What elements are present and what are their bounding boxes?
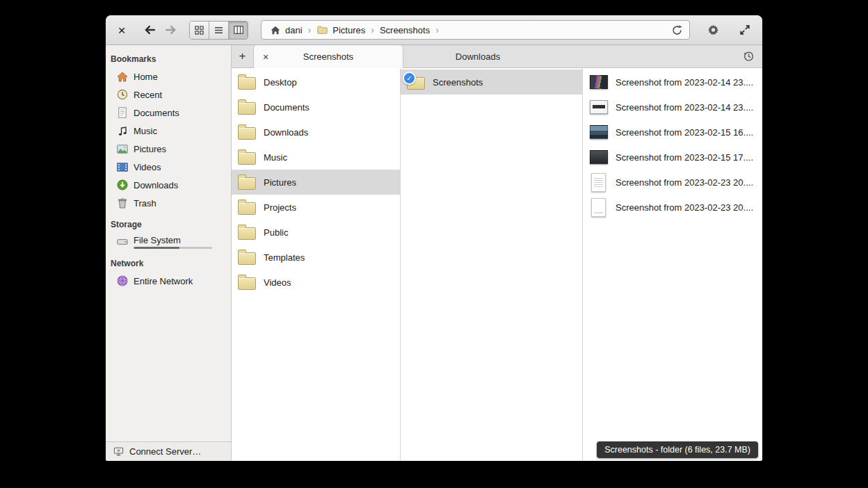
list-view-icon bbox=[213, 24, 225, 36]
breadcrumb-home[interactable]: dani bbox=[268, 24, 304, 36]
tab-label: Downloads bbox=[456, 51, 500, 62]
folder-row-music[interactable]: Music bbox=[232, 145, 400, 170]
folder-row-pictures[interactable]: Pictures bbox=[232, 170, 400, 195]
file-name: Screenshot from 2023-02-15 17.... bbox=[616, 152, 753, 163]
folder-label: Downloads bbox=[264, 127, 308, 138]
forward-arrow-icon bbox=[165, 24, 177, 36]
folder-icon bbox=[238, 149, 256, 165]
sidebar-item-file-system[interactable]: File System bbox=[106, 233, 231, 251]
file-name: Screenshot from 2023-02-23 20.... bbox=[616, 177, 753, 188]
connect-server-label: Connect Server… bbox=[129, 446, 201, 457]
sidebar-item-downloads[interactable]: Downloads bbox=[106, 176, 231, 194]
folder-row-public[interactable]: Public bbox=[232, 220, 400, 245]
new-tab-button[interactable]: + bbox=[232, 45, 253, 67]
download-icon bbox=[116, 179, 128, 191]
forward-button[interactable] bbox=[160, 20, 181, 40]
grid-view-button[interactable] bbox=[190, 22, 209, 39]
sidebar-item-videos[interactable]: Videos bbox=[106, 158, 231, 176]
folder-label: Documents bbox=[264, 102, 310, 113]
file-row[interactable]: Screenshot from 2023-02-14 23.... bbox=[583, 70, 762, 95]
file-name: Screenshot from 2023-02-23 20.... bbox=[616, 202, 753, 213]
drive-icon bbox=[116, 236, 128, 248]
back-button[interactable] bbox=[139, 20, 160, 40]
file-row[interactable]: Screenshot from 2023-02-14 23.... bbox=[583, 95, 762, 120]
sidebar-item-documents[interactable]: Documents bbox=[106, 104, 231, 122]
column-view-button[interactable] bbox=[229, 22, 248, 39]
sidebar-item-label: Trash bbox=[134, 198, 156, 209]
breadcrumb-label: Screenshots bbox=[380, 25, 430, 35]
tab-close-icon[interactable]: × bbox=[263, 52, 268, 62]
desktop-background: × bbox=[0, 0, 868, 488]
sidebar-item-label: Downloads bbox=[134, 180, 178, 190]
sidebar-section-title-storage: Storage bbox=[106, 216, 231, 233]
main-content: + × Screenshots Downloads bbox=[232, 45, 762, 461]
file-row[interactable]: Screenshot from 2023-02-15 16.... bbox=[583, 120, 762, 145]
folder-label: Projects bbox=[264, 202, 296, 213]
refresh-icon bbox=[671, 24, 683, 36]
list-view-button[interactable] bbox=[209, 22, 229, 39]
refresh-button[interactable] bbox=[671, 24, 683, 36]
folder-icon bbox=[238, 250, 256, 265]
file-row[interactable]: Screenshot from 2023-02-23 20.... bbox=[583, 170, 762, 195]
file-row[interactable]: Screenshot from 2023-02-23 20.... bbox=[583, 195, 762, 220]
expand-icon bbox=[739, 24, 751, 36]
folder-row-projects[interactable]: Projects bbox=[232, 195, 400, 220]
tab-downloads[interactable]: Downloads bbox=[403, 45, 552, 67]
folder-icon bbox=[238, 99, 256, 115]
folder-icon: ✓ bbox=[407, 74, 425, 90]
folder-label: Desktop bbox=[264, 77, 297, 88]
column-view-icon bbox=[232, 24, 244, 36]
folder-row-videos[interactable]: Videos bbox=[232, 270, 400, 295]
sidebar-item-label: File System bbox=[134, 235, 212, 245]
close-window-button[interactable]: × bbox=[114, 24, 129, 37]
window-body: Bookmarks Home Recent bbox=[106, 45, 762, 461]
file-thumbnail-icon bbox=[589, 72, 608, 92]
sidebar-item-label: Documents bbox=[134, 108, 179, 118]
home-icon bbox=[116, 71, 128, 83]
sidebar-item-entire-network[interactable]: Entire Network bbox=[106, 272, 231, 290]
home-icon bbox=[269, 24, 281, 36]
file-thumbnail-icon bbox=[589, 122, 608, 143]
tab-screenshots[interactable]: × Screenshots bbox=[253, 45, 403, 68]
sidebar-section-title-network: Network bbox=[106, 255, 231, 272]
history-button[interactable] bbox=[734, 45, 762, 67]
sidebar-item-label: Entire Network bbox=[134, 276, 193, 286]
folder-icon bbox=[238, 200, 256, 215]
sidebar: Bookmarks Home Recent bbox=[106, 45, 232, 461]
tab-label: Screenshots bbox=[303, 51, 353, 62]
connect-server-button[interactable]: Connect Server… bbox=[106, 441, 231, 461]
sidebar-item-home[interactable]: Home bbox=[106, 67, 231, 86]
column-pictures-contents: ✓ Screenshots bbox=[401, 68, 583, 461]
path-bar[interactable]: dani › Pictures › Screenshots › bbox=[261, 20, 690, 40]
fullscreen-button[interactable] bbox=[736, 21, 754, 39]
sidebar-item-label: Music bbox=[134, 126, 157, 136]
sidebar-item-trash[interactable]: Trash bbox=[106, 194, 231, 212]
folder-row-screenshots[interactable]: ✓ Screenshots bbox=[401, 70, 582, 95]
sidebar-item-label: Pictures bbox=[134, 144, 166, 154]
sidebar-item-pictures[interactable]: Pictures bbox=[106, 140, 231, 158]
sidebar-item-music[interactable]: Music bbox=[106, 122, 231, 140]
column-screenshots-contents: Screenshot from 2023-02-14 23.... Screen… bbox=[583, 68, 762, 461]
file-row[interactable]: Screenshot from 2023-02-15 17.... bbox=[583, 145, 762, 170]
folder-row-downloads[interactable]: Downloads bbox=[232, 120, 400, 145]
folder-row-templates[interactable]: Templates bbox=[232, 245, 400, 270]
folder-row-desktop[interactable]: Desktop bbox=[232, 70, 400, 95]
network-globe-icon bbox=[116, 275, 128, 287]
gear-icon bbox=[707, 24, 719, 36]
document-icon bbox=[116, 107, 128, 119]
selected-check-emblem: ✓ bbox=[403, 72, 416, 85]
file-name: Screenshot from 2023-02-14 23.... bbox=[616, 77, 753, 88]
sidebar-item-label: Home bbox=[134, 72, 158, 82]
sidebar-list: Bookmarks Home Recent bbox=[106, 45, 231, 441]
column-home-folders: Desktop Documents Downloads Music bbox=[232, 68, 401, 461]
view-switcher bbox=[189, 21, 248, 40]
picture-icon bbox=[116, 143, 128, 155]
trash-icon bbox=[116, 197, 128, 209]
file-name: Screenshot from 2023-02-15 16.... bbox=[616, 127, 753, 138]
folder-icon bbox=[238, 74, 256, 90]
breadcrumb-pictures[interactable]: Pictures bbox=[315, 24, 367, 36]
sidebar-item-recent[interactable]: Recent bbox=[106, 86, 231, 104]
breadcrumb-screenshots[interactable]: Screenshots bbox=[378, 25, 431, 35]
settings-menu-button[interactable] bbox=[704, 21, 722, 39]
folder-row-documents[interactable]: Documents bbox=[232, 95, 400, 120]
